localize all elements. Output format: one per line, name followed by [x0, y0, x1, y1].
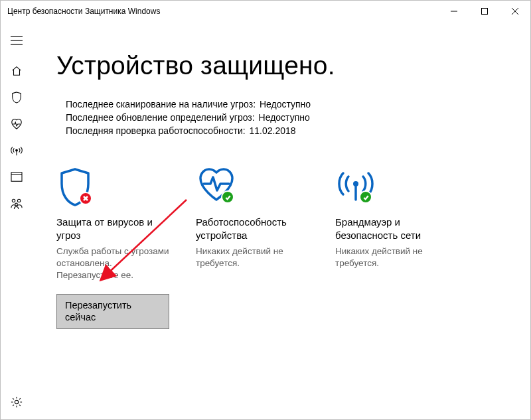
home-icon: [11, 65, 23, 80]
status-cards: Защита от вирусов и угроз Служба работы …: [56, 167, 481, 329]
antenna-large-icon: [335, 167, 448, 213]
svg-point-12: [17, 199, 21, 202]
window-title: Центр безопасности Защитника Windows: [7, 7, 439, 16]
status-ok-badge: [221, 190, 234, 204]
heart-icon: [10, 118, 23, 133]
nav-family-options[interactable]: [1, 192, 33, 218]
titlebar: Центр безопасности Защитника Windows: [1, 1, 530, 22]
shield-icon: [11, 91, 23, 107]
nav-home[interactable]: [1, 59, 33, 86]
nav-device-health[interactable]: [1, 112, 33, 139]
last-scan-value: Недоступно: [260, 99, 311, 109]
nav-hamburger[interactable]: [1, 27, 33, 54]
family-icon: [10, 198, 23, 212]
last-health-line: Последняя проверка работоспособности: 11…: [66, 125, 530, 136]
card-title: Защита от вирусов и угроз: [56, 216, 169, 242]
status-summary: Последнее сканирование на наличие угроз:…: [66, 99, 530, 136]
svg-rect-1: [482, 9, 488, 15]
main-content: Устройство защищено. Последнее сканирова…: [33, 22, 530, 419]
status-error-badge: [79, 192, 92, 205]
card-title: Работоспособность устройства: [196, 216, 309, 242]
page-title: Устройство защищено.: [56, 51, 530, 80]
svg-point-7: [16, 149, 18, 151]
last-scan-line: Последнее сканирование на наличие угроз:…: [66, 99, 530, 109]
nav-firewall[interactable]: [1, 139, 33, 165]
maximize-button[interactable]: [469, 1, 500, 22]
status-ok-badge: [359, 190, 372, 204]
close-button[interactable]: [500, 1, 530, 22]
shield-large-icon: [56, 167, 169, 213]
last-scan-label: Последнее сканирование на наличие угроз:: [66, 99, 256, 109]
last-health-label: Последняя проверка работоспособности:: [66, 125, 246, 136]
window-icon: [11, 172, 23, 185]
svg-point-14: [15, 400, 18, 403]
nav-virus-protection[interactable]: [1, 86, 33, 112]
card-virus-protection[interactable]: Защита от вирусов и угроз Служба работы …: [56, 167, 169, 329]
last-defs-label: Последнее обновление определений угроз:: [66, 112, 255, 123]
card-firewall[interactable]: Брандмауэр и безопасность сети Никаких д…: [335, 167, 448, 329]
heart-large-icon: [196, 167, 309, 213]
window-controls: [439, 1, 530, 22]
last-defs-value: Недоступно: [259, 112, 310, 123]
sidebar: [1, 22, 33, 419]
restart-now-button[interactable]: Перезапустить сейчас: [56, 294, 169, 329]
nav-app-browser-control[interactable]: [1, 165, 33, 192]
last-health-value: 11.02.2018: [250, 125, 296, 136]
card-device-health[interactable]: Работоспособность устройства Никаких дей…: [196, 167, 309, 329]
restart-now-label: Перезапустить сейчас: [65, 300, 131, 322]
antenna-icon: [10, 145, 23, 159]
last-defs-line: Последнее обновление определений угроз: …: [66, 112, 530, 123]
svg-rect-9: [11, 173, 22, 181]
gear-icon: [11, 396, 23, 411]
minimize-button[interactable]: [439, 1, 469, 22]
svg-point-11: [12, 199, 15, 202]
card-desc: Никаких действий не требуется.: [196, 245, 309, 269]
nav-settings[interactable]: [1, 390, 33, 417]
card-desc: Служба работы с угрозами остановлена. Пе…: [56, 245, 169, 282]
card-title: Брандмауэр и безопасность сети: [335, 216, 448, 242]
svg-point-13: [15, 203, 18, 206]
card-desc: Никаких действий не требуется.: [335, 245, 448, 269]
